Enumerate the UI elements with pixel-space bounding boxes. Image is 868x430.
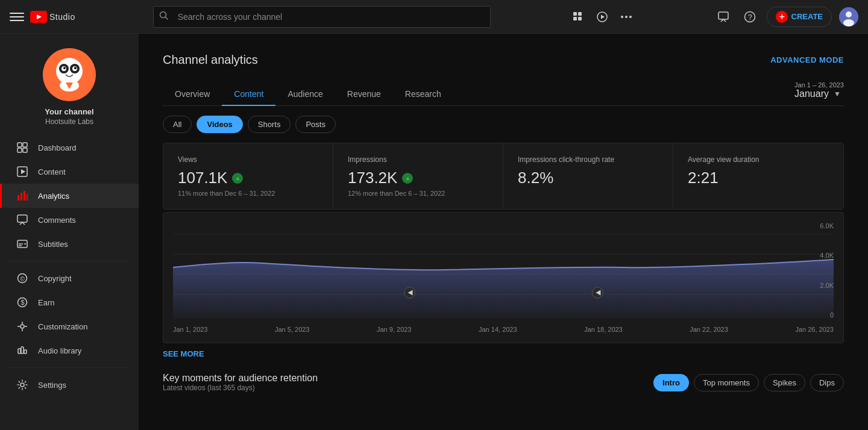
- filter-tab-all[interactable]: All: [163, 116, 192, 133]
- sidebar-item-dashboard[interactable]: Dashboard: [0, 136, 139, 160]
- avatar[interactable]: [839, 7, 858, 26]
- tab-audience[interactable]: Audience: [275, 83, 335, 106]
- sidebar-divider-1: [10, 261, 129, 261]
- sidebar-item-analytics[interactable]: Analytics: [0, 184, 139, 208]
- filter-tabs: All Videos Shorts Posts: [163, 116, 844, 133]
- svg-rect-5: [578, 12, 582, 16]
- svg-line-3: [165, 17, 168, 19]
- settings-icon: [16, 379, 28, 391]
- main-layout: Your channel Hootsuite Labs Dashboard: [0, 34, 868, 430]
- svg-text:$: $: [21, 299, 25, 306]
- stat-change-views: 11% more than Dec 6 – 31, 2022: [178, 190, 318, 197]
- see-more-button[interactable]: SEE MORE: [163, 349, 204, 358]
- filter-tab-shorts[interactable]: Shorts: [248, 116, 291, 133]
- sidebar-item-subtitles[interactable]: Subtitles: [0, 232, 139, 256]
- advanced-mode-button[interactable]: ADVANCED MODE: [770, 55, 844, 64]
- sidebar: Your channel Hootsuite Labs Dashboard: [0, 34, 139, 430]
- play-icon[interactable]: [593, 7, 612, 26]
- km-tabs: Intro Top moments Spikes Dips: [653, 374, 844, 391]
- stat-label-ctr: Impressions click-through rate: [518, 155, 658, 164]
- sidebar-item-audio-library[interactable]: Audio library: [0, 338, 139, 363]
- km-tab-spikes[interactable]: Spikes: [764, 374, 805, 391]
- stat-change-impressions: 12% more than Dec 6 – 31, 2022: [348, 190, 488, 197]
- hamburger-menu-icon[interactable]: [10, 10, 24, 24]
- sidebar-label-audio-library: Audio library: [38, 346, 81, 355]
- svg-rect-55: [24, 350, 27, 354]
- svg-point-11: [625, 16, 627, 18]
- tab-revenue[interactable]: Revenue: [335, 83, 393, 106]
- km-title: Key moments for audience retention: [163, 373, 318, 384]
- svg-rect-53: [18, 349, 20, 354]
- views-up-arrow: ▲: [232, 173, 243, 184]
- key-moments-section: Key moments for audience retention Lates…: [163, 373, 844, 392]
- content-area: Channel analytics ADVANCED MODE Overview…: [139, 34, 868, 430]
- svg-rect-30: [23, 143, 27, 147]
- svg-rect-13: [719, 12, 728, 19]
- filter-tab-posts[interactable]: Posts: [295, 116, 336, 133]
- sidebar-label-customization: Customization: [38, 322, 87, 331]
- sidebar-item-earn[interactable]: $ Earn: [0, 290, 139, 314]
- date-dropdown-arrow[interactable]: ▼: [834, 90, 841, 98]
- topbar-left: Studio: [10, 10, 75, 24]
- page-title: Channel analytics: [163, 53, 258, 67]
- km-tab-dips[interactable]: Dips: [810, 374, 844, 391]
- stat-value-ctr: 8.2%: [518, 169, 658, 187]
- svg-marker-9: [601, 14, 605, 19]
- sidebar-item-copyright[interactable]: © Copyright: [0, 266, 139, 290]
- analytics-tabs: Overview Content Audience Revenue Resear…: [163, 83, 453, 105]
- svg-text:©: ©: [20, 276, 25, 282]
- grid-view-icon[interactable]: [568, 7, 588, 26]
- search-icon: [159, 11, 169, 23]
- search-input[interactable]: [153, 6, 491, 28]
- channel-avatar[interactable]: [43, 48, 96, 101]
- sidebar-item-comments[interactable]: Comments: [0, 208, 139, 232]
- sidebar-label-subtitles: Subtitles: [38, 240, 68, 249]
- sidebar-item-content[interactable]: Content: [0, 160, 139, 184]
- sidebar-label-settings: Settings: [38, 381, 66, 390]
- help-icon[interactable]: ?: [740, 7, 760, 26]
- sidebar-label-earn: Earn: [38, 298, 54, 307]
- tab-content[interactable]: Content: [222, 83, 275, 106]
- channel-sub: Hootsuite Labs: [45, 117, 93, 126]
- svg-rect-35: [17, 195, 19, 201]
- svg-rect-6: [573, 17, 577, 20]
- svg-point-17: [846, 11, 852, 17]
- sidebar-divider-2: [10, 367, 129, 368]
- sidebar-label-content: Content: [38, 167, 66, 176]
- filter-tab-videos[interactable]: Videos: [197, 116, 242, 133]
- create-button[interactable]: ＋ CREATE: [767, 7, 832, 27]
- stat-label-impressions: Impressions: [348, 155, 488, 164]
- comments-nav-icon: [16, 214, 28, 226]
- svg-point-26: [74, 67, 77, 69]
- km-subtitle: Latest videos (last 365 days): [163, 384, 318, 392]
- svg-rect-38: [27, 194, 28, 201]
- dashboard-icon: [16, 142, 28, 154]
- svg-point-10: [621, 16, 623, 18]
- tab-overview[interactable]: Overview: [163, 83, 222, 106]
- comments-icon[interactable]: [714, 7, 733, 26]
- stat-label-views: Views: [178, 155, 318, 164]
- earn-icon: $: [16, 296, 28, 308]
- audio-icon: [16, 344, 28, 357]
- tab-research[interactable]: Research: [393, 83, 453, 106]
- chart-y-labels: 6.0K 4.0K 2.0K 0: [820, 222, 834, 319]
- date-selector[interactable]: Jan 1 – 26, 2023 January ▼: [794, 81, 844, 99]
- km-title-area: Key moments for audience retention Lates…: [163, 373, 318, 392]
- km-tab-top-moments[interactable]: Top moments: [694, 374, 759, 391]
- svg-rect-31: [17, 148, 22, 152]
- content-icon: [16, 166, 28, 178]
- logo-area[interactable]: Studio: [30, 11, 75, 23]
- page-header: Channel analytics ADVANCED MODE: [163, 53, 844, 67]
- svg-rect-29: [17, 143, 22, 147]
- sidebar-item-settings[interactable]: Settings: [0, 373, 139, 397]
- menu-icon[interactable]: [617, 7, 636, 26]
- stat-label-avg-duration: Average view duration: [688, 155, 829, 164]
- sidebar-label-copyright: Copyright: [38, 274, 72, 283]
- km-tab-intro[interactable]: Intro: [653, 374, 689, 391]
- stats-row: Views 107.1K ▲ 11% more than Dec 6 – 31,…: [163, 143, 844, 210]
- stat-value-views: 107.1K ▲: [178, 169, 318, 187]
- svg-point-12: [629, 16, 632, 18]
- svg-marker-34: [21, 169, 25, 174]
- copyright-icon: ©: [16, 272, 28, 284]
- sidebar-item-customization[interactable]: Customization: [0, 314, 139, 338]
